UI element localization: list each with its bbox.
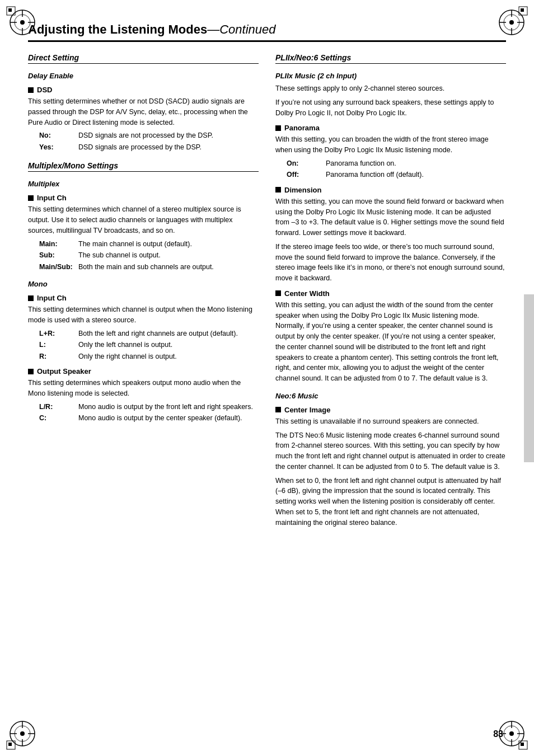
- center-image-body3: When set to 0, the front left and right …: [275, 476, 506, 528]
- center-width-heading: Center Width: [275, 289, 506, 298]
- def-desc: The main channel is output (default).: [78, 240, 259, 250]
- dsd-heading: DSD: [28, 86, 259, 94]
- page-number: 83: [493, 729, 503, 739]
- corner-decoration-tl: [6, 6, 39, 39]
- pliix-music-subheader: PLIIx Music (2 ch Input): [275, 72, 506, 80]
- output-speaker-options: L/R: Mono audio is output by the front l…: [39, 402, 259, 424]
- def-desc: Panorama function on.: [326, 159, 506, 169]
- center-image-heading: Center Image: [275, 406, 506, 414]
- mono-subheader: Mono: [28, 280, 259, 288]
- dimension-heading: Dimension: [275, 186, 506, 194]
- mono-input-ch-text: Input Ch: [37, 294, 67, 302]
- def-row: No: DSD signals are not processed by the…: [39, 131, 259, 141]
- dimension-body1: With this setting, you can move the soun…: [275, 196, 506, 238]
- multiplex-input-ch-text: Input Ch: [37, 194, 67, 202]
- pliix-neo6-header: PLIIx/Neo:6 Settings: [275, 53, 506, 64]
- def-row: L: Only the left channel is output.: [39, 340, 259, 350]
- delay-enable-subheader: Delay Enable: [28, 72, 259, 80]
- center-width-body: With this setting, you can adjust the wi…: [275, 300, 506, 384]
- center-image-heading-text: Center Image: [284, 406, 330, 414]
- panorama-bullet: [275, 125, 281, 131]
- svg-rect-35: [521, 743, 524, 746]
- neo6-music-subheader: Neo:6 Music: [275, 392, 506, 400]
- svg-point-28: [509, 731, 514, 736]
- mono-input-ch-heading: Input Ch: [28, 294, 259, 302]
- panorama-heading: Panorama: [275, 124, 506, 132]
- multiplex-input-ch-body: This setting determines which channel of…: [28, 204, 259, 236]
- output-speaker-text: Output Speaker: [37, 367, 91, 375]
- multiplex-options: Main: The main channel is output (defaul…: [39, 240, 259, 273]
- def-desc: DSD signals are processed by the DSP.: [78, 143, 259, 153]
- dimension-bullet: [275, 187, 281, 192]
- page: Adjusting the Listening Modes—Continued …: [0, 0, 534, 756]
- center-image-body2: The DTS Neo:6 Music listening mode creat…: [275, 430, 506, 472]
- pliix-intro1: These settings apply to only 2-channel s…: [275, 83, 506, 94]
- panorama-options: On: Panorama function on. Off: Panorama …: [287, 159, 506, 180]
- def-desc: The sub channel is output.: [78, 251, 259, 261]
- corner-decoration-bl: [6, 717, 39, 750]
- def-term: Yes:: [39, 143, 78, 153]
- svg-rect-8: [8, 8, 12, 12]
- output-speaker-heading: Output Speaker: [28, 367, 259, 375]
- def-row: Yes: DSD signals are processed by the DS…: [39, 143, 259, 153]
- mono-input-ch-bullet: [28, 295, 34, 301]
- dimension-heading-text: Dimension: [284, 186, 321, 194]
- direct-setting-header: Direct Setting: [28, 53, 259, 64]
- multiplex-mono-section: Multiplex/Mono Settings Multiplex Input …: [28, 161, 259, 423]
- def-row: Off: Panorama function off (default).: [287, 170, 506, 180]
- def-row: L+R: Both the left and right channels ar…: [39, 329, 259, 339]
- dimension-body2: If the stereo image feels too wide, or t…: [275, 242, 506, 284]
- def-desc: Panorama function off (default).: [326, 170, 506, 180]
- def-term: Sub:: [39, 251, 78, 261]
- def-desc: Both the left and right channels are out…: [78, 329, 259, 339]
- svg-point-1: [20, 20, 25, 25]
- right-column: PLIIx/Neo:6 Settings PLIIx Music (2 ch I…: [275, 53, 506, 537]
- def-row: L/R: Mono audio is output by the front l…: [39, 402, 259, 412]
- direct-setting-section: Direct Setting Delay Enable DSD This set…: [28, 53, 259, 152]
- def-term: Main:: [39, 240, 78, 250]
- def-row: Main/Sub: Both the main and sub channels…: [39, 262, 259, 273]
- def-desc: Only the right channel is output.: [78, 352, 259, 362]
- def-row: R: Only the right channel is output.: [39, 352, 259, 362]
- center-image-bullet: [275, 407, 281, 412]
- dsd-options: No: DSD signals are not processed by the…: [39, 131, 259, 152]
- svg-point-19: [20, 731, 25, 736]
- panorama-heading-text: Panorama: [284, 124, 320, 132]
- def-row: Sub: The sub channel is output.: [39, 251, 259, 261]
- page-title-suffix: —Continued: [207, 22, 275, 36]
- def-term: R:: [39, 352, 78, 362]
- def-term: Main/Sub:: [39, 262, 78, 273]
- svg-rect-17: [521, 8, 524, 12]
- mono-input-ch-body: This setting determines which channel is…: [28, 304, 259, 326]
- def-term: L/R:: [39, 402, 78, 412]
- def-desc: Only the left channel is output.: [78, 340, 259, 350]
- center-width-bullet: [275, 290, 281, 296]
- svg-rect-26: [8, 743, 12, 746]
- center-image-body1: This setting is unavailable if no surrou…: [275, 416, 506, 427]
- def-row: C: Mono audio is output by the center sp…: [39, 414, 259, 424]
- def-desc: Both the main and sub channels are outpu…: [78, 262, 259, 273]
- page-header: Adjusting the Listening Modes—Continued: [28, 22, 506, 42]
- dsd-bullet: [28, 87, 34, 93]
- def-term: L:: [39, 340, 78, 350]
- multiplex-input-ch-bullet: [28, 195, 34, 201]
- panorama-body: With this setting, you can broaden the w…: [275, 134, 506, 156]
- def-row: On: Panorama function on.: [287, 159, 506, 169]
- mono-input-ch-options: L+R: Both the left and right channels ar…: [39, 329, 259, 362]
- center-width-heading-text: Center Width: [284, 289, 330, 298]
- right-side-bar: [524, 294, 534, 462]
- output-speaker-body: This setting determines which speakers o…: [28, 378, 259, 399]
- left-column: Direct Setting Delay Enable DSD This set…: [28, 53, 259, 537]
- multiplex-mono-header: Multiplex/Mono Settings: [28, 161, 259, 172]
- def-row: Main: The main channel is output (defaul…: [39, 240, 259, 250]
- def-term: L+R:: [39, 329, 78, 339]
- def-term: No:: [39, 131, 78, 141]
- def-term: C:: [39, 414, 78, 424]
- page-title: Adjusting the Listening Modes—Continued: [28, 22, 276, 36]
- two-column-layout: Direct Setting Delay Enable DSD This set…: [28, 53, 506, 537]
- def-desc: Mono audio is output by the center speak…: [78, 414, 259, 424]
- def-term: Off:: [287, 170, 326, 180]
- page-title-text: Adjusting the Listening Modes: [28, 22, 207, 36]
- svg-point-10: [509, 20, 514, 25]
- output-speaker-bullet: [28, 369, 34, 374]
